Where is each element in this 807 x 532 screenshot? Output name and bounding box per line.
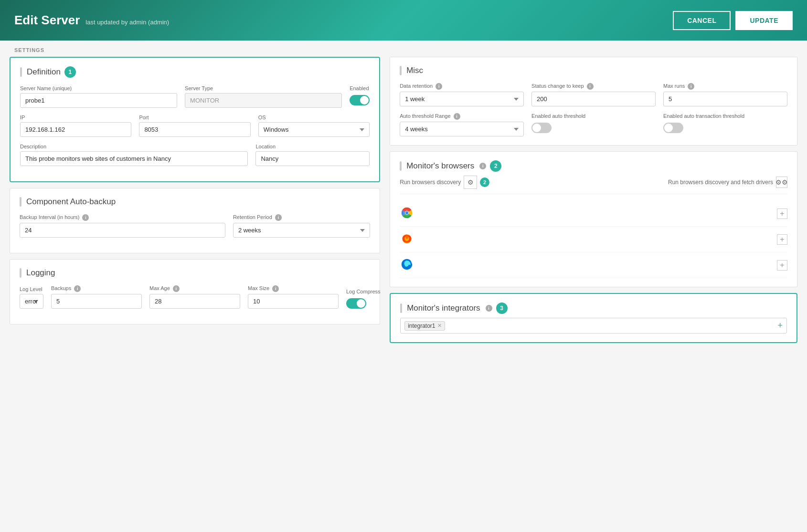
integrators-step-badge: 3 — [496, 303, 508, 314]
browsers-header: Monitor's browsers i 2 — [400, 160, 787, 172]
max-size-label: Max Size i — [248, 285, 339, 292]
max-runs-info-icon: i — [688, 83, 694, 90]
enabled-auto-transaction-label: Enabled auto transaction threshold — [663, 113, 787, 119]
auto-threshold-select[interactable]: 4 weeks — [400, 122, 524, 136]
server-type-label: Server Type — [185, 85, 342, 91]
integrators-header: Monitor's integrators i 3 — [400, 303, 787, 314]
os-select[interactable]: Windows — [258, 122, 370, 137]
ip-group: IP — [20, 115, 131, 137]
browsers-info-icon: i — [479, 163, 486, 169]
log-compress-group: Log Compress — [346, 289, 381, 309]
right-panel: Misc Data retention i 1 week Status chan… — [390, 57, 797, 343]
integrators-title-text: Monitor's integrators — [407, 303, 480, 313]
max-size-info-icon: i — [272, 285, 279, 292]
enabled-toggle-container — [350, 95, 370, 105]
status-change-label: Status change to keep i — [531, 83, 656, 90]
max-runs-input[interactable] — [663, 92, 787, 106]
monitors-integrators-card: Monitor's integrators i 3 integrator1 ✕ … — [390, 293, 797, 343]
edge-plus-button[interactable]: + — [777, 260, 787, 271]
definition-title: Definition 1 — [20, 66, 370, 78]
integrator-tag-label: integrator1 — [408, 323, 435, 329]
max-age-group: Max Age i — [149, 285, 240, 309]
integrator-tag: integrator1 ✕ — [404, 321, 445, 331]
auto-threshold-group: Auto threshold Range i 4 weeks — [400, 113, 524, 136]
retention-period-label: Retention Period i — [233, 214, 370, 221]
browsers-title: Monitor's browsers i — [400, 161, 486, 171]
auto-threshold-label: Auto threshold Range i — [400, 113, 524, 120]
monitors-browsers-card: Monitor's browsers i 2 Run browsers disc… — [390, 151, 797, 287]
retention-period-group: Retention Period i 2 weeks — [233, 214, 370, 238]
definition-row-2: IP Port OS Windows — [20, 115, 370, 137]
component-backup-card: Component Auto-backup Backup Interval (i… — [10, 188, 380, 253]
server-type-group: Server Type MONITOR — [185, 85, 342, 108]
max-runs-group: Max runs i — [663, 83, 787, 106]
location-input[interactable] — [255, 151, 370, 166]
log-compress-toggle[interactable] — [346, 298, 366, 309]
left-panel: Definition 1 Server Name (unique) Server… — [10, 57, 380, 343]
log-level-label: Log Level — [20, 286, 43, 292]
max-size-group: Max Size i — [248, 285, 339, 309]
log-level-select[interactable]: error — [20, 294, 43, 309]
enabled-auto-threshold-toggle-container — [531, 123, 656, 133]
integrator-tag-remove[interactable]: ✕ — [437, 323, 442, 329]
port-input[interactable] — [139, 122, 250, 137]
auto-threshold-info-icon: i — [454, 113, 460, 120]
header-actions: CANCEL UPDATE — [673, 11, 793, 30]
logging-title-text: Logging — [26, 268, 55, 278]
data-retention-label: Data retention i — [400, 83, 524, 90]
run-discovery-fetch-gear-button[interactable]: ⚙⚙ — [776, 177, 787, 188]
definition-title-text: Definition — [27, 67, 61, 77]
backup-title: Component Auto-backup — [20, 197, 370, 207]
integrators-title: Monitor's integrators i — [400, 303, 492, 313]
server-type-select[interactable]: MONITOR — [185, 93, 342, 108]
backups-info-icon: i — [74, 285, 81, 292]
backups-input[interactable] — [51, 294, 142, 309]
backups-label: Backups i — [51, 285, 142, 292]
max-age-label: Max Age i — [149, 285, 240, 292]
ip-input[interactable] — [20, 122, 131, 137]
log-level-group: Log Level error — [20, 286, 43, 309]
backup-interval-input[interactable] — [20, 223, 225, 238]
enabled-auto-threshold-group: Enabled auto threshold — [531, 113, 656, 136]
backup-row: Backup Interval (in hours) i Retention P… — [20, 214, 370, 238]
port-label: Port — [139, 115, 250, 120]
description-input[interactable] — [20, 151, 248, 166]
chrome-plus-button[interactable]: + — [777, 209, 787, 219]
enabled-label: Enabled — [350, 85, 370, 91]
data-retention-select[interactable]: 1 week — [400, 92, 524, 106]
firefox-plus-button[interactable]: + — [777, 234, 787, 245]
integrators-add-button[interactable]: + — [777, 321, 783, 331]
log-compress-toggle-container — [346, 298, 381, 309]
run-discovery-gear-button[interactable]: ⚙ — [464, 176, 477, 189]
status-change-group: Status change to keep i — [531, 83, 656, 106]
max-age-input[interactable] — [149, 294, 240, 309]
page-title: Edit Server — [14, 13, 80, 28]
status-change-input[interactable] — [531, 92, 656, 106]
update-button[interactable]: UPDATE — [735, 11, 793, 30]
run-discovery-label: Run browsers discovery ⚙ 2 — [400, 176, 489, 189]
backup-interval-label: Backup Interval (in hours) i — [20, 214, 225, 221]
enabled-auto-transaction-toggle[interactable] — [663, 123, 683, 133]
definition-card: Definition 1 Server Name (unique) Server… — [10, 57, 380, 182]
retention-period-info-icon: i — [275, 214, 282, 221]
settings-label: SETTINGS — [0, 41, 807, 57]
page-header: Edit Server last updated by admin (admin… — [0, 0, 807, 41]
logging-title: Logging — [20, 268, 370, 278]
enabled-toggle[interactable] — [350, 95, 370, 105]
browser-item-chrome: + — [400, 201, 787, 227]
log-compress-label: Log Compress — [346, 289, 381, 294]
server-name-input[interactable] — [20, 93, 177, 108]
header-title-area: Edit Server last updated by admin (admin… — [14, 13, 169, 28]
enabled-auto-threshold-toggle[interactable] — [531, 123, 552, 133]
misc-grid-top: Data retention i 1 week Status change to… — [400, 83, 787, 106]
retention-period-select[interactable]: 2 weeks — [233, 223, 370, 238]
run-discovery-text: Run browsers discovery — [400, 179, 461, 186]
max-size-input[interactable] — [248, 294, 339, 309]
backup-interval-group: Backup Interval (in hours) i — [20, 214, 225, 238]
browser-run-row: Run browsers discovery ⚙ 2 Run browsers … — [400, 176, 787, 194]
misc-card: Misc Data retention i 1 week Status chan… — [390, 57, 797, 146]
logging-card: Logging Log Level error Backups i — [10, 259, 380, 324]
misc-grid-bottom: Auto threshold Range i 4 weeks Enabled a… — [400, 113, 787, 136]
data-retention-info-icon: i — [435, 83, 442, 90]
cancel-button[interactable]: CANCEL — [673, 11, 731, 30]
